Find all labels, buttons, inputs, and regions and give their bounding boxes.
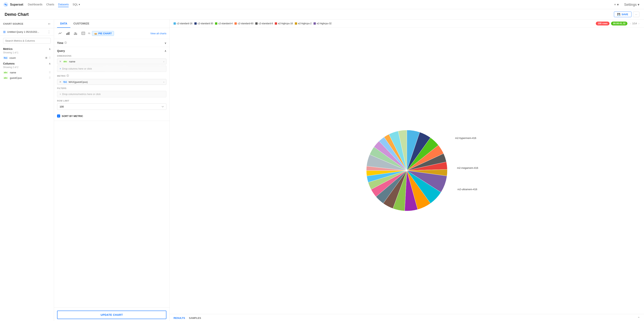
metric-type-badge: f(x) <box>3 56 8 59</box>
legend-item: e2-highcpu-16 <box>275 22 293 25</box>
pie-chart-button[interactable]: 🥧 PIE CHART <box>92 31 114 36</box>
page-navigation: ‹ 1/14 › <box>629 22 640 25</box>
columns-toggle-button[interactable]: ∧ <box>49 62 51 65</box>
page-header: Demo Chart 💾 SAVE ··· <box>0 9 644 20</box>
plus-icon: + <box>60 67 61 70</box>
filter-plus-icon: + <box>60 93 61 96</box>
legend-item: c2-standard-30 <box>194 22 213 25</box>
metric-info-icon: ⓘ <box>66 74 69 77</box>
page-indicator: 1/14 <box>632 22 637 25</box>
column-name-label: name <box>10 71 47 74</box>
legend-label: c2-standard-30 <box>198 22 213 25</box>
dimension-type-badge: abc <box>63 60 68 63</box>
update-chart-button[interactable]: UPDATE CHART <box>57 311 166 319</box>
chart-source-header: Chart Source ⇤ <box>0 20 54 28</box>
legend-label: e2-highcpu-16 <box>278 22 293 25</box>
time-section-header[interactable]: Time ⓘ ∨ <box>54 39 170 47</box>
query-chevron-icon: ∧ <box>164 49 166 52</box>
add-button[interactable]: + ▾ <box>612 2 620 7</box>
chart-types-row: 4k 🥧 PIE CHART View all charts <box>54 28 170 39</box>
tab-data[interactable]: DATA <box>57 20 70 28</box>
query-section-title: Query <box>57 49 65 52</box>
dataset-row: ⊞ Untitled Query 1 05/15/202... ⋮ <box>0 28 54 36</box>
chart-type-line[interactable] <box>57 30 63 36</box>
pie-icon: 🥧 <box>94 32 97 35</box>
drag-handle[interactable]: ⠿ <box>49 56 51 59</box>
query-section: Query ∧ DIMENSIONS ✕ abc name › + <box>54 47 170 121</box>
more-button[interactable]: ··· <box>633 11 639 17</box>
prev-page-button[interactable]: ‹ <box>629 22 632 25</box>
next-page-button[interactable]: › <box>638 22 640 25</box>
pie-chart: m2-hypermem-416 m2-megamem-416 m2-ultram… <box>364 128 449 214</box>
grid-icon: ⊞ <box>3 30 6 34</box>
rows-badge: 100 rows <box>596 21 610 25</box>
dimension-expand-button[interactable]: › <box>164 60 164 63</box>
legend-label: c2-standard-16 <box>177 22 192 25</box>
svg-rect-4 <box>69 32 70 35</box>
column-drag-handle-guest[interactable]: ⠿ <box>49 76 51 79</box>
pie-svg <box>364 128 449 213</box>
tabs-row: DATA CUSTOMIZE <box>54 20 170 28</box>
view-all-charts-button[interactable]: View all charts <box>150 32 166 35</box>
legend-dot <box>174 22 176 25</box>
chart-type-bar[interactable] <box>65 30 71 36</box>
svg-rect-3 <box>68 32 68 35</box>
header-actions: 💾 SAVE ··· <box>614 11 639 17</box>
query-section-header[interactable]: Query ∧ <box>54 47 170 55</box>
tab-samples[interactable]: SAMPLES <box>189 314 201 321</box>
logo[interactable]: Superset <box>3 2 23 7</box>
tab-results[interactable]: RESULTS <box>174 314 185 321</box>
dataset-more-button[interactable]: ⋮ <box>47 30 51 34</box>
row-limit-select[interactable]: 100 50 200 500 <box>57 103 166 110</box>
tab-customize[interactable]: CUSTOMIZE <box>70 20 92 28</box>
nav-sql[interactable]: SQL ▾ <box>72 2 80 7</box>
expand-icon[interactable]: ⌃ <box>637 316 640 321</box>
sort-metric-checkbox[interactable] <box>57 114 60 117</box>
columns-title: Columns <box>3 62 15 65</box>
nav-links: Dashboards Charts Datasets SQL ▾ <box>28 2 80 7</box>
svg-rect-7 <box>76 33 77 35</box>
config-panel: Time ⓘ ∨ Query ∧ DIMENSIONS ✕ <box>54 39 170 307</box>
legend-item: c2-standard-8 <box>255 22 273 25</box>
metric-row: ✕ f(x) MAX(guestCpus) › <box>57 79 166 85</box>
main-layout: Chart Source ⇤ ⊞ Untitled Query 1 05/15/… <box>0 20 644 321</box>
save-icon: 💾 <box>617 13 620 16</box>
legend-label: c2-standard-4 <box>218 22 232 25</box>
dimensions-drop-zone[interactable]: + Drop columns here or click <box>57 65 166 72</box>
pie-label-megamem: m2-megamem-416 <box>457 166 478 169</box>
legend-dot <box>295 22 297 25</box>
center-panel: DATA CUSTOMIZE 4k 🥧 PIE CHART View all c… <box>54 20 170 321</box>
legend-dot <box>234 22 237 25</box>
time-chevron-icon: ∨ <box>164 41 166 44</box>
time-badge: 00:00:01.32 <box>611 21 628 25</box>
dimension-name: name <box>69 60 164 63</box>
page-title: Demo Chart <box>5 12 29 17</box>
legend-item: c2-standard-4 <box>215 22 232 25</box>
search-input[interactable] <box>3 38 51 43</box>
legend-label: c2-standard-8 <box>258 22 273 25</box>
remove-dimension-button[interactable]: ✕ <box>59 60 62 63</box>
nav-dashboards[interactable]: Dashboards <box>28 2 42 7</box>
column-type-badge-name: abc <box>3 71 8 74</box>
metrics-toggle-button[interactable]: ∧ <box>49 47 51 50</box>
metric-expand-button[interactable]: › <box>164 80 164 83</box>
settings-button[interactable]: Settings ▾ <box>622 2 641 7</box>
legend-dot <box>314 22 316 25</box>
logo-text: Superset <box>10 3 23 6</box>
filters-drop-zone[interactable]: + Drop columns/metrics here or click <box>57 91 166 97</box>
left-panel: Chart Source ⇤ ⊞ Untitled Query 1 05/15/… <box>0 20 54 321</box>
chart-type-combo[interactable] <box>72 30 79 36</box>
dimensions-label: DIMENSIONS <box>57 55 166 57</box>
collapse-panel-button[interactable]: ⇤ <box>48 22 51 26</box>
column-item-name: abc name ⠿ <box>0 70 54 75</box>
legend-item: e2-highcpu-32 <box>314 22 332 25</box>
legend-item: c2-standard-60 <box>234 22 253 25</box>
query-section-body: DIMENSIONS ✕ abc name › + Drop columns h… <box>54 55 170 113</box>
nav-charts[interactable]: Charts <box>46 2 54 7</box>
svg-rect-6 <box>75 33 76 35</box>
save-button[interactable]: 💾 SAVE <box>614 11 631 17</box>
nav-datasets[interactable]: Datasets <box>58 2 69 7</box>
chart-type-table[interactable] <box>80 30 86 36</box>
column-drag-handle-name[interactable]: ⠿ <box>49 71 51 74</box>
remove-metric-button[interactable]: ✕ <box>59 80 62 83</box>
